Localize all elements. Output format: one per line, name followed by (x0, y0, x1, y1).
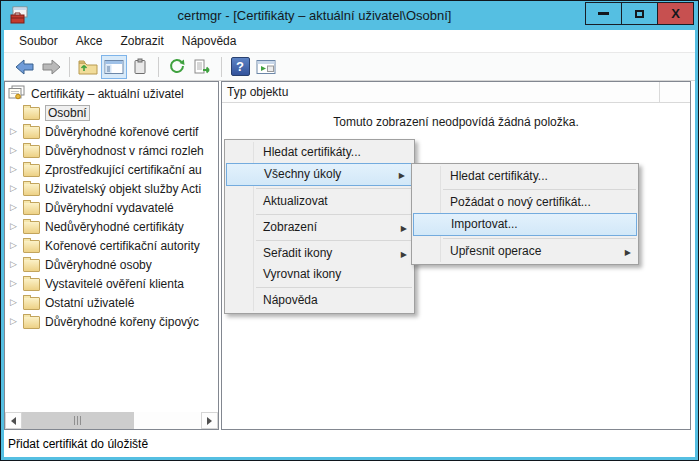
expand-arrow-icon[interactable]: ▷ (10, 279, 23, 288)
up-one-level-button[interactable] (75, 55, 101, 79)
tree-item-label: Důvěryhodní vydavatelé (45, 201, 174, 215)
tree-item-label: Nedůvěryhodné certifikáty (45, 220, 184, 234)
expand-arrow-icon[interactable]: ▷ (10, 203, 23, 212)
submenu-item-upresnit-operace[interactable]: Upřesnit operace▶ (412, 241, 638, 262)
expand-arrow-icon[interactable]: ▷ (10, 241, 23, 250)
refresh-button[interactable] (164, 55, 190, 79)
folder-icon (23, 316, 40, 329)
scroll-right-button[interactable] (201, 412, 218, 429)
help-button[interactable]: ? (227, 55, 253, 79)
tree-item[interactable]: ▷ Uživatelský objekt služby Acti (5, 179, 218, 198)
menu-akce[interactable]: Akce (67, 31, 112, 51)
expand-arrow-icon[interactable]: ▷ (10, 165, 23, 174)
column-header-rest (660, 82, 690, 102)
scrollbar-track[interactable] (134, 412, 201, 429)
menu-zobrazit[interactable]: Zobrazit (111, 31, 172, 51)
scrollbar-thumb[interactable] (22, 412, 134, 429)
forward-icon (41, 59, 61, 75)
maximize-button[interactable] (621, 2, 658, 25)
submenu-arrow-icon: ▶ (625, 241, 631, 262)
toolbar-separator (158, 57, 159, 77)
minimize-button[interactable] (585, 2, 622, 25)
column-header-typ-objektu[interactable]: Typ objektu (222, 82, 660, 102)
list-column-header-row: Typ objektu (222, 82, 690, 103)
tree-item[interactable]: ▷ Kořenové certifikační autority (5, 236, 218, 255)
submenu-arrow-icon: ▶ (401, 243, 407, 264)
menu-separator (256, 188, 412, 189)
window-controls: X (586, 2, 694, 25)
minimize-icon (598, 12, 609, 15)
tree-item[interactable]: ▷ Důvěryhodní vydavatelé (5, 198, 218, 217)
tree-item[interactable]: ▷ Důvěryhodné kořeny čipovýc (5, 312, 218, 331)
expand-arrow-icon[interactable]: ▷ (10, 260, 23, 269)
export-list-button[interactable] (190, 55, 216, 79)
folder-icon (23, 221, 40, 234)
tree-item[interactable]: ▷ Zprostředkující certifikační au (5, 160, 218, 179)
folder-icon (23, 164, 40, 177)
menu-item-zobrazeni[interactable]: Zobrazení▶ (225, 217, 414, 238)
show-console-tree-button[interactable] (101, 55, 127, 79)
menu-item-vyrovnat-ikony[interactable]: Vyrovnat ikony (225, 264, 414, 285)
menu-item-vsechny-ukoly[interactable]: Všechny úkoly▶ (226, 163, 413, 186)
help-icon: ? (231, 57, 250, 76)
console-tree-icon (104, 59, 124, 75)
new-window-button[interactable] (253, 55, 279, 79)
tree-item-label: Důvěryhodné osoby (45, 258, 152, 272)
tree-item-label: Důvěryhodnost v rámci rozleh (45, 144, 204, 158)
scroll-left-button[interactable] (5, 412, 22, 429)
close-button[interactable]: X (657, 2, 694, 25)
tree-item-label: Kořenové certifikační autority (45, 239, 200, 253)
menu-separator (443, 238, 636, 239)
console-tree-panel: Certifikáty – aktuální uživatel Osobní ▷… (4, 81, 219, 430)
tree-item-label: Vystavitelé ověření klienta (45, 277, 184, 291)
clipboard-icon (132, 58, 148, 75)
tree-item-label: Zprostředkující certifikační au (45, 163, 202, 177)
folder-icon (23, 259, 40, 272)
export-list-icon (193, 59, 213, 75)
tree-item[interactable]: ▷ Důvěryhodné kořenové certif (5, 122, 218, 141)
menu-soubor[interactable]: Soubor (10, 31, 67, 51)
folder-icon (23, 107, 40, 120)
horizontal-scrollbar (5, 412, 218, 429)
expand-arrow-icon[interactable]: ▷ (10, 317, 23, 326)
forward-button[interactable] (38, 55, 64, 79)
submenu-item-hledat-certifikaty[interactable]: Hledat certifikáty... (412, 166, 638, 187)
menu-item-aktualizovat[interactable]: Aktualizovat (225, 191, 414, 212)
statusbar: Přidat certifikát do úložiště (4, 431, 695, 457)
folder-icon (23, 240, 40, 253)
tree-item[interactable]: ▷ Nedůvěryhodné certifikáty (5, 217, 218, 236)
menu-separator (256, 240, 412, 241)
toolbar-separator (69, 57, 70, 77)
tree-item-label: Ostatní uživatelé (45, 296, 134, 310)
expand-arrow-icon[interactable]: ▷ (10, 127, 23, 136)
folder-icon (23, 202, 40, 215)
tree-item-osobni[interactable]: Osobní (5, 103, 218, 122)
window-title: certmgr - [Certifikáty – aktuální uživat… (61, 1, 568, 30)
menu-napoveda[interactable]: Nápověda (173, 31, 246, 51)
tree-item-label: Důvěryhodné kořeny čipovýc (45, 315, 199, 329)
folder-icon (23, 278, 40, 291)
expand-arrow-icon[interactable]: ▷ (10, 222, 23, 231)
submenu-item-pozadat-o-novy-certifikat[interactable]: Požádat o nový certifikát... (412, 192, 638, 213)
all-tasks-submenu: Hledat certifikáty... Požádat o nový cer… (411, 163, 639, 265)
menu-item-napoveda[interactable]: Nápověda (225, 290, 414, 311)
app-toolbox-icon[interactable] (9, 6, 29, 29)
statusbar-text: Přidat certifikát do úložiště (8, 437, 148, 451)
tree-item[interactable]: ▷ Důvěryhodnost v rámci rozleh (5, 141, 218, 160)
tree-item[interactable]: ▷ Důvěryhodné osoby (5, 255, 218, 274)
submenu-item-importovat[interactable]: Importovat... (413, 213, 637, 236)
expand-arrow-icon[interactable]: ▷ (10, 146, 23, 155)
menu-item-seradit-ikony[interactable]: Seřadit ikony▶ (225, 243, 414, 264)
tree-item-label-selected: Osobní (45, 105, 90, 121)
tree-item-root[interactable]: Certifikáty – aktuální uživatel (5, 84, 218, 103)
tree-item-label: Uživatelský objekt služby Acti (45, 182, 201, 196)
menu-item-hledat-certifikaty[interactable]: Hledat certifikáty... (225, 142, 414, 163)
menu-separator (256, 287, 412, 288)
paste-button[interactable] (127, 55, 153, 79)
close-icon: X (671, 7, 680, 20)
expand-arrow-icon[interactable]: ▷ (10, 184, 23, 193)
tree-item[interactable]: ▷ Vystavitelé ověření klienta (5, 274, 218, 293)
expand-arrow-icon[interactable]: ▷ (10, 298, 23, 307)
tree-item[interactable]: ▷ Ostatní uživatelé (5, 293, 218, 312)
back-button[interactable] (12, 55, 38, 79)
